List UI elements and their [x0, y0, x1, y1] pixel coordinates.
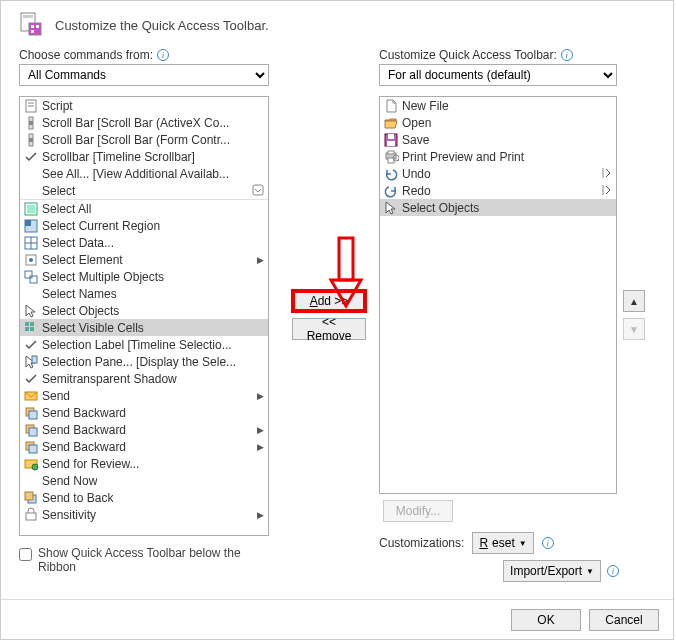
list-item[interactable]: Select Element▶ [20, 251, 268, 268]
list-item[interactable]: Scrollbar [Timeline Scrollbar] [20, 148, 268, 165]
list-item[interactable]: Semitransparent Shadow [20, 370, 268, 387]
commands-listbox[interactable]: ScriptScroll Bar [Scroll Bar (ActiveX Co… [19, 96, 269, 536]
show-below-ribbon-checkbox[interactable] [19, 548, 32, 561]
list-item[interactable]: Selection Label [Timeline Selectio... [20, 336, 268, 353]
qat-header-icon [19, 11, 55, 40]
list-item[interactable]: Select Visible Cells [20, 319, 268, 336]
qat-listbox[interactable]: New FileOpenSavePrint Preview and PrintU… [379, 96, 617, 494]
stb-icon [22, 490, 40, 506]
remove-button[interactable]: << Remove [292, 318, 366, 340]
save-icon [382, 132, 400, 148]
svg-rect-25 [25, 322, 29, 326]
dialog-title: Customize the Quick Access Toolbar. [55, 18, 269, 33]
list-item[interactable]: Open [380, 114, 616, 131]
sb-icon [22, 422, 40, 438]
list-item-label: Select Objects [40, 304, 119, 318]
list-item[interactable]: Send to Back [20, 489, 268, 506]
list-item-label: Select All [40, 202, 91, 216]
sele-icon [22, 252, 40, 268]
cancel-button[interactable]: Cancel [589, 609, 659, 631]
list-item[interactable]: Selection Pane... [Display the Sele... [20, 353, 268, 370]
list-item[interactable]: Send▶ [20, 387, 268, 404]
review-icon [22, 456, 40, 472]
list-item[interactable]: Select Names [20, 285, 268, 302]
svg-rect-29 [32, 356, 37, 363]
svg-rect-1 [23, 15, 33, 18]
list-item[interactable]: Scroll Bar [Scroll Bar (Form Contr... [20, 131, 268, 148]
svg-rect-5 [31, 30, 34, 33]
list-item-label: Send Backward [40, 406, 126, 420]
blank-icon [22, 286, 40, 302]
sens-icon [22, 507, 40, 523]
list-item[interactable]: Send Backward▶ [20, 421, 268, 438]
list-item[interactable]: Save [380, 131, 616, 148]
list-item-label: Save [400, 133, 429, 147]
info-icon[interactable]: i [157, 49, 169, 61]
list-item[interactable]: New File [380, 97, 616, 114]
list-item[interactable]: Select Data... [20, 234, 268, 251]
submenu-arrow-icon: ▶ [257, 391, 264, 401]
choose-commands-combo[interactable]: All Commands [19, 64, 269, 86]
split-indicator-icon [602, 167, 612, 181]
modify-button: Modify... [383, 500, 453, 522]
list-item-label: Scroll Bar [Scroll Bar (ActiveX Co... [40, 116, 229, 130]
svg-rect-40 [25, 492, 33, 500]
list-item-label: Select Element [40, 253, 123, 267]
list-item[interactable]: Scroll Bar [Scroll Bar (ActiveX Co... [20, 114, 268, 131]
list-item[interactable]: Send Now [20, 472, 268, 489]
list-item[interactable]: Undo [380, 165, 616, 182]
list-item[interactable]: Select Multiple Objects [20, 268, 268, 285]
region-icon [22, 218, 40, 234]
check-icon [22, 371, 40, 387]
svg-rect-10 [29, 121, 33, 125]
list-item[interactable]: Select [20, 182, 268, 199]
list-item-label: Send to Back [40, 491, 113, 505]
grid-icon [22, 235, 40, 251]
list-item[interactable]: Send Backward▶ [20, 438, 268, 455]
svg-rect-24 [30, 276, 37, 283]
info-icon[interactable]: i [542, 537, 554, 549]
list-item-label: Select Data... [40, 236, 114, 250]
ok-button[interactable]: OK [511, 609, 581, 631]
info-icon[interactable]: i [561, 49, 573, 61]
list-item[interactable]: Send Backward [20, 404, 268, 421]
scroll-icon [22, 132, 40, 148]
dialog-footer: OK Cancel [1, 599, 673, 639]
scroll-icon [22, 115, 40, 131]
list-item[interactable]: Select Objects [380, 199, 616, 216]
list-item[interactable]: See All... [View Additional Availab... [20, 165, 268, 182]
info-icon[interactable]: i [607, 565, 619, 577]
list-item-label: Selection Pane... [Display the Sele... [40, 355, 236, 369]
submenu-arrow-icon: ▶ [257, 442, 264, 452]
svg-point-38 [32, 464, 38, 470]
svg-rect-36 [29, 445, 37, 453]
list-item[interactable]: Select All [20, 200, 268, 217]
add-button[interactable]: Add >> [292, 290, 366, 312]
list-item[interactable]: Send for Review... [20, 455, 268, 472]
reset-button[interactable]: Reset ▼ [472, 532, 533, 554]
pane-icon [22, 354, 40, 370]
vis-icon [22, 320, 40, 336]
split-indicator-icon [602, 184, 612, 198]
list-item-label: Select [40, 184, 75, 198]
cursor-icon [22, 303, 40, 319]
list-item[interactable]: Redo [380, 182, 616, 199]
move-up-button[interactable]: ▲ [623, 290, 645, 312]
list-item-label: Scrollbar [Timeline Scrollbar] [40, 150, 195, 164]
list-item[interactable]: Script [20, 97, 268, 114]
svg-rect-26 [30, 322, 34, 326]
list-item-label: Script [40, 99, 73, 113]
svg-rect-27 [25, 327, 29, 331]
svg-rect-3 [31, 25, 34, 28]
svg-rect-4 [36, 25, 39, 28]
svg-rect-32 [29, 411, 37, 419]
scope-combo[interactable]: For all documents (default) [379, 64, 617, 86]
submenu-arrow-icon: ▶ [257, 255, 264, 265]
list-item-label: Select Current Region [40, 219, 160, 233]
list-item[interactable]: Print Preview and Print [380, 148, 616, 165]
list-item[interactable]: Sensitivity▶ [20, 506, 268, 523]
list-item[interactable]: Select Current Region [20, 217, 268, 234]
list-item[interactable]: Select Objects [20, 302, 268, 319]
import-export-button[interactable]: Import/Export ▼ [503, 560, 601, 582]
svg-rect-43 [388, 134, 394, 139]
